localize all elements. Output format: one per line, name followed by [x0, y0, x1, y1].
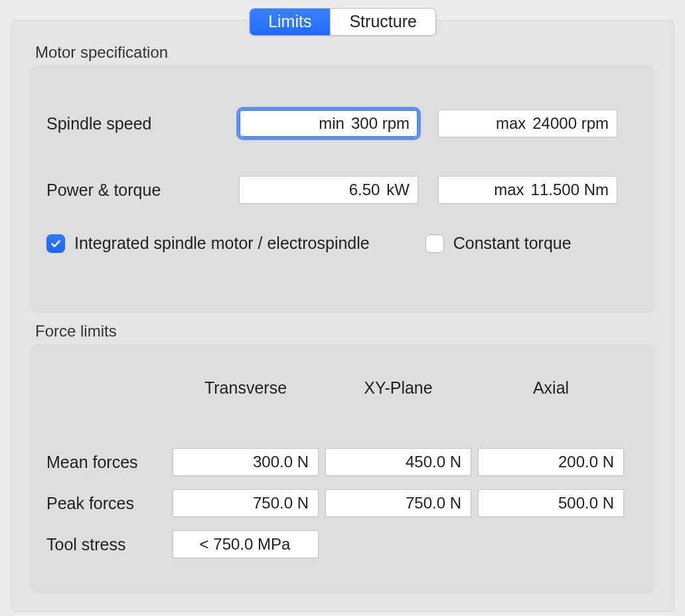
peak-axial-input[interactable]: 500.0 N — [478, 489, 624, 517]
power-torque-label: Power & torque — [46, 181, 239, 200]
mean-xyplane-value: 450.0 N — [406, 453, 461, 471]
peak-xyplane-value: 750.0 N — [406, 494, 461, 512]
tab-switcher: Limits Structure — [249, 8, 436, 36]
col-axial-header: Axial — [478, 378, 624, 398]
mean-transverse-value: 300.0 N — [253, 453, 309, 471]
integrated-spindle-label: Integrated spindle motor / electrospindl… — [74, 234, 370, 253]
spindle-min-value: 300 rpm — [351, 114, 410, 133]
constant-torque-checkbox[interactable] — [425, 234, 444, 253]
mean-forces-label: Mean forces — [46, 453, 173, 472]
tab-limits[interactable]: Limits — [250, 9, 330, 35]
spindle-max-prefix: max — [496, 114, 526, 133]
mean-axial-value: 200.0 N — [558, 453, 614, 471]
force-limits-group: Transverse XY-Plane Axial Mean forces 30… — [31, 345, 654, 593]
power-unit: kW — [386, 181, 410, 199]
constant-torque-label: Constant torque — [453, 234, 571, 253]
col-transverse-header: Transverse — [173, 378, 319, 398]
torque-value: 11.500 Nm — [531, 181, 609, 199]
integrated-spindle-checkbox[interactable] — [46, 234, 65, 253]
power-value: 6.50 — [349, 181, 380, 199]
motor-spec-label: Motor specification — [35, 43, 654, 62]
spindle-min-prefix: min — [319, 114, 344, 133]
check-icon — [50, 238, 62, 250]
tab-structure[interactable]: Structure — [331, 9, 435, 35]
mean-axial-input[interactable]: 200.0 N — [478, 448, 624, 476]
force-limits-label: Force limits — [35, 322, 654, 341]
mean-transverse-input[interactable]: 300.0 N — [173, 448, 319, 476]
peak-axial-value: 500.0 N — [558, 494, 614, 512]
spindle-max-value: 24000 rpm — [532, 114, 609, 133]
peak-forces-label: Peak forces — [46, 494, 173, 513]
spindle-speed-min-input[interactable]: min 300 rpm — [239, 110, 418, 137]
mean-xyplane-input[interactable]: 450.0 N — [325, 448, 471, 476]
tool-stress-input[interactable]: < 750.0 MPa — [173, 530, 319, 558]
peak-transverse-value: 750.0 N — [253, 494, 309, 512]
spindle-speed-label: Spindle speed — [46, 114, 239, 133]
tool-stress-label: Tool stress — [46, 535, 173, 554]
power-input[interactable]: 6.50 kW — [239, 176, 418, 204]
limits-panel: Motor specification Spindle speed min 30… — [11, 20, 674, 612]
motor-spec-group: Spindle speed min 300 rpm max 24000 rpm … — [31, 66, 654, 313]
tool-stress-value: < 750.0 MPa — [200, 535, 291, 554]
peak-xyplane-input[interactable]: 750.0 N — [325, 489, 471, 517]
col-xyplane-header: XY-Plane — [325, 378, 471, 398]
torque-prefix: max — [494, 181, 524, 199]
peak-transverse-input[interactable]: 750.0 N — [173, 489, 319, 517]
spindle-speed-max-input[interactable]: max 24000 rpm — [438, 110, 617, 137]
torque-max-input[interactable]: max 11.500 Nm — [438, 176, 617, 204]
